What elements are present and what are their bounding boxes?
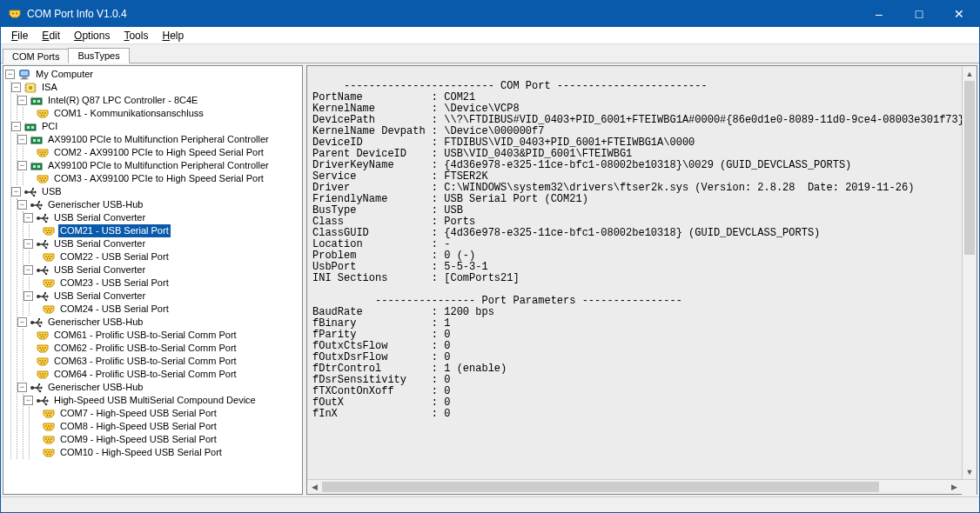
tree-com63[interactable]: COM63 - Prolific USB-to-Serial Comm Port <box>52 355 238 368</box>
close-button[interactable]: ✕ <box>939 1 979 27</box>
tree-com10[interactable]: COM10 - High-Speed USB Serial Port <box>58 446 224 459</box>
tree-com24[interactable]: COM24 - USB Serial Port <box>58 303 171 316</box>
info-pane: ------------------------ COM Port ------… <box>306 65 977 495</box>
menu-options[interactable]: Options <box>67 28 117 43</box>
tree-conv4[interactable]: USB Serial Converter <box>52 290 147 303</box>
info-text[interactable]: ------------------------ COM Port ------… <box>307 66 977 423</box>
tabstrip: COM Ports BusTypes <box>1 44 979 63</box>
menu-tools[interactable]: Tools <box>117 28 155 43</box>
tree-toggle[interactable]: − <box>11 122 21 131</box>
port-icon <box>42 446 56 459</box>
tree-toggle[interactable]: − <box>17 383 27 392</box>
app-title: COM Port Info V1.0.4 <box>27 8 859 20</box>
tree-com21[interactable]: COM21 - USB Serial Port <box>58 224 171 237</box>
statusbar <box>1 496 979 512</box>
scroll-up-icon[interactable]: ▲ <box>963 66 977 81</box>
device-tree[interactable]: −My Computer −ISA −Intel(R) Q87 LPC Cont… <box>3 65 303 495</box>
scrollbar-thumb[interactable] <box>964 81 975 255</box>
tree-hub2[interactable]: Generischer USB-Hub <box>46 316 144 329</box>
tree-isa-ctrl[interactable]: Intel(R) Q87 LPC Controller - 8C4E <box>46 94 199 107</box>
resize-grip[interactable] <box>962 480 977 495</box>
titlebar[interactable]: COM Port Info V1.0.4 – □ ✕ <box>1 1 979 27</box>
tree-toggle[interactable]: − <box>5 70 15 79</box>
tree-conv1[interactable]: USB Serial Converter <box>52 211 147 224</box>
tree-com1[interactable]: COM1 - Kommunikationsanschluss <box>52 107 205 120</box>
tree-compound[interactable]: High-Speed USB MultiSerial Compound Devi… <box>52 394 258 407</box>
tree-com3[interactable]: COM3 - AX99100 PCIe to High Speed Serial… <box>52 172 265 185</box>
tree-com2[interactable]: COM2 - AX99100 PCIe to High Speed Serial… <box>52 146 265 159</box>
tree-toggle[interactable]: − <box>11 187 21 197</box>
scrollbar-vertical[interactable]: ▲ ▼ <box>962 66 977 479</box>
scroll-right-icon[interactable]: ▶ <box>947 480 962 494</box>
minimize-button[interactable]: – <box>859 1 899 27</box>
tree-com22[interactable]: COM22 - USB Serial Port <box>58 250 171 263</box>
tree-hub1[interactable]: Generischer USB-Hub <box>46 198 144 211</box>
menu-edit[interactable]: Edit <box>35 28 67 43</box>
tree-toggle[interactable]: − <box>11 83 21 92</box>
menu-help[interactable]: Help <box>155 28 191 43</box>
tree-com8[interactable]: COM8 - High-Speed USB Serial Port <box>58 420 218 433</box>
tree-toggle[interactable]: − <box>17 200 27 210</box>
scroll-down-icon[interactable]: ▼ <box>963 464 977 479</box>
scrollbar-thumb[interactable] <box>322 482 879 492</box>
tree-com61[interactable]: COM61 - Prolific USB-to-Serial Comm Port <box>52 329 238 342</box>
tree-toggle[interactable]: − <box>23 396 33 405</box>
maximize-button[interactable]: □ <box>899 1 939 27</box>
tree-com62[interactable]: COM62 - Prolific USB-to-Serial Comm Port <box>52 342 238 355</box>
app-window: COM Port Info V1.0.4 – □ ✕ File Edit Opt… <box>0 0 980 513</box>
scroll-left-icon[interactable]: ◀ <box>307 480 322 494</box>
tree-pci-ctrl1[interactable]: AX99100 PCIe to Multifunction Peripheral… <box>46 133 271 146</box>
tab-bustypes[interactable]: BusTypes <box>68 48 129 63</box>
tree-conv3[interactable]: USB Serial Converter <box>52 263 147 276</box>
tree-conv2[interactable]: USB Serial Converter <box>52 237 147 250</box>
tree-toggle[interactable]: − <box>23 239 33 249</box>
scrollbar-horizontal[interactable]: ◀ ▶ <box>307 479 977 494</box>
menubar: File Edit Options Tools Help <box>1 27 979 44</box>
menu-file[interactable]: File <box>4 28 35 43</box>
app-icon <box>8 7 22 21</box>
tree-toggle[interactable]: − <box>23 213 33 223</box>
tree-com64[interactable]: COM64 - Prolific USB-to-Serial Comm Port <box>52 368 238 381</box>
tree-hub3[interactable]: Generischer USB-Hub <box>46 381 144 394</box>
tree-com23[interactable]: COM23 - USB Serial Port <box>58 276 171 290</box>
tree-com7[interactable]: COM7 - High-Speed USB Serial Port <box>58 407 218 420</box>
tab-comports[interactable]: COM Ports <box>3 49 69 63</box>
tree-pci-ctrl2[interactable]: AX99100 PCIe to Multifunction Peripheral… <box>46 159 271 172</box>
tree-toggle[interactable]: − <box>17 317 27 327</box>
tree-com9[interactable]: COM9 - High-Speed USB Serial Port <box>58 433 218 446</box>
